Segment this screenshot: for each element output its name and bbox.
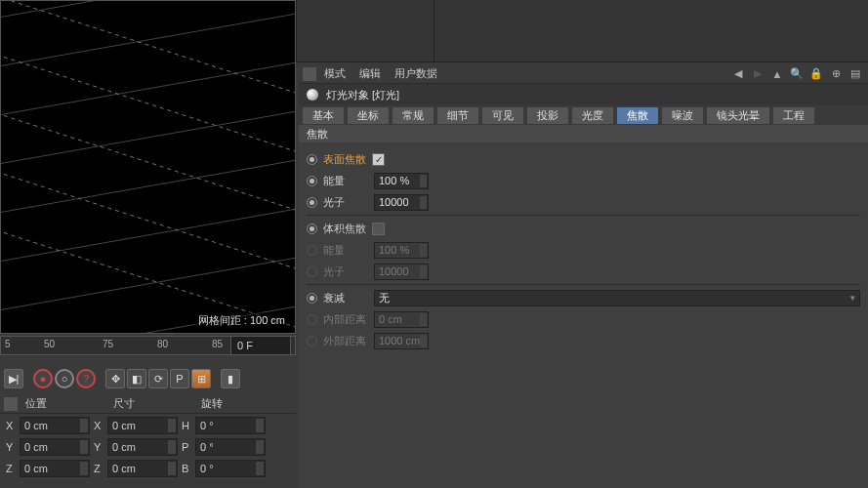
- photons2-field: 10000: [374, 264, 429, 280]
- size-y-field[interactable]: 0 cm: [107, 438, 178, 456]
- svg-line-0: [1, 1, 295, 20]
- timeline-tick: 50: [44, 339, 55, 349]
- size-z-field[interactable]: 0 cm: [107, 460, 178, 477]
- menu-icon[interactable]: ▤: [848, 67, 862, 81]
- photons-field[interactable]: 10000: [374, 194, 429, 211]
- userdata-menu[interactable]: 用户数据: [394, 66, 437, 81]
- grip-icon[interactable]: [303, 67, 316, 81]
- nav-fwd-icon[interactable]: ▶: [751, 67, 765, 81]
- anim-dot-icon: [307, 245, 317, 256]
- energy-label: 能量: [323, 174, 372, 188]
- anim-dot-icon: [307, 336, 317, 346]
- tab-shadow[interactable]: 投影: [527, 107, 568, 124]
- svg-line-3: [1, 108, 295, 167]
- coords-panel-header: 位置 尺寸 旋转: [0, 394, 296, 414]
- tab-general[interactable]: 常规: [393, 107, 434, 124]
- rot-header: 旋转: [201, 396, 289, 411]
- anim-dot-icon: [307, 314, 317, 325]
- film-button[interactable]: ▮: [221, 369, 240, 388]
- prop-rows: 表面焦散 ✓ 能量 100 % 光子 10000 体积焦散 能量 100 %: [299, 146, 868, 353]
- anim-dot-icon[interactable]: [307, 224, 317, 234]
- pla-button[interactable]: ⊞: [191, 369, 211, 388]
- falloff-dropdown[interactable]: 无: [374, 290, 860, 306]
- timeline-tick: 85: [212, 339, 223, 349]
- tab-bar: 基本 坐标 常规 细节 可见 投影 光度 焦散 噪波 镜头光晕 工程: [299, 105, 868, 125]
- tab-project[interactable]: 工程: [773, 107, 814, 124]
- axis-label: Z: [6, 463, 20, 474]
- surface-caustics-checkbox[interactable]: ✓: [372, 153, 385, 166]
- anim-dot-icon[interactable]: [307, 197, 317, 208]
- pos-x-field[interactable]: 0 cm: [20, 417, 90, 434]
- move-tool-button[interactable]: ✥: [105, 369, 125, 388]
- mode-menu[interactable]: 模式: [324, 66, 346, 81]
- autokey-button[interactable]: ○: [55, 369, 74, 388]
- photons2-label: 光子: [323, 264, 372, 279]
- lock-icon[interactable]: 🔒: [809, 67, 823, 81]
- grid-spacing-label: 网格间距 : 100 cm: [194, 312, 289, 329]
- timeline-tick: 80: [157, 339, 168, 349]
- go-end-button[interactable]: ▶|: [4, 369, 23, 388]
- rot-b-field[interactable]: 0 °: [195, 460, 266, 477]
- tab-caustics[interactable]: 焦散: [617, 107, 658, 124]
- viewport[interactable]: 网格间距 : 100 cm: [0, 0, 296, 334]
- axis-label: Y: [94, 441, 107, 453]
- current-frame-field[interactable]: 0 F: [230, 336, 291, 355]
- search-icon[interactable]: 🔍: [790, 67, 804, 81]
- falloff-label: 衰减: [323, 291, 372, 305]
- svg-line-9: [1, 50, 295, 157]
- falloff-row: 衰减 无: [307, 287, 860, 308]
- section-title: 焦散: [299, 125, 868, 142]
- svg-line-5: [1, 206, 295, 264]
- axis-label: B: [182, 463, 195, 474]
- tab-visibility[interactable]: 可见: [482, 107, 523, 124]
- scale-tool-button[interactable]: ◧: [127, 369, 146, 388]
- photons-row: 光子 10000: [307, 191, 860, 213]
- volume-caustics-row: 体积焦散: [307, 218, 860, 239]
- axis-label: P: [182, 441, 195, 453]
- keyframe-button[interactable]: ?: [76, 369, 96, 388]
- anim-dot-icon[interactable]: [307, 176, 317, 186]
- svg-line-2: [1, 60, 295, 118]
- pos-y-field[interactable]: 0 cm: [20, 438, 90, 456]
- coords-row-z: Z 0 cm Z 0 cm B 0 °: [0, 459, 296, 478]
- rot-h-field[interactable]: 0 °: [195, 417, 266, 434]
- coords-row-x: X 0 cm X 0 cm H 0 °: [0, 416, 296, 435]
- volume-caustics-checkbox[interactable]: [372, 223, 385, 235]
- rotate-tool-button[interactable]: ⟳: [148, 369, 168, 388]
- tab-details[interactable]: 细节: [437, 107, 478, 124]
- axis-label: Z: [94, 463, 107, 474]
- nav-up-icon[interactable]: ▲: [770, 67, 784, 81]
- energy2-label: 能量: [323, 243, 372, 258]
- grip-icon[interactable]: [4, 397, 18, 411]
- coords-row-y: Y 0 cm Y 0 cm P 0 °: [0, 437, 296, 457]
- tab-lensflare[interactable]: 镜头光晕: [707, 107, 769, 124]
- svg-line-8: [1, 1, 295, 99]
- nav-back-icon[interactable]: ◀: [731, 67, 745, 81]
- tab-basic[interactable]: 基本: [303, 107, 344, 124]
- timeline-tick: 75: [103, 339, 113, 349]
- record-button[interactable]: ●: [33, 369, 53, 388]
- attribute-manager: 模式 编辑 用户数据 ◀ ▶ ▲ 🔍 🔒 ⊕ ▤ 灯光对象 [灯光] 基本 坐标…: [299, 64, 868, 488]
- svg-line-1: [1, 11, 295, 69]
- energy-field[interactable]: 100 %: [374, 173, 429, 189]
- anim-dot-icon[interactable]: [307, 293, 317, 304]
- tab-coord[interactable]: 坐标: [348, 107, 389, 124]
- svg-line-11: [1, 167, 295, 274]
- svg-line-4: [1, 157, 295, 216]
- outer-field: 1000 cm: [374, 333, 429, 349]
- attr-menubar: 模式 编辑 用户数据 ◀ ▶ ▲ 🔍 🔒 ⊕ ▤: [299, 64, 868, 84]
- size-header: 尺寸: [113, 396, 201, 411]
- size-x-field[interactable]: 0 cm: [107, 417, 178, 434]
- new-tab-icon[interactable]: ⊕: [829, 67, 843, 81]
- object-header: 灯光对象 [灯光]: [299, 84, 868, 105]
- pos-z-field[interactable]: 0 cm: [20, 460, 90, 477]
- param-button[interactable]: P: [170, 369, 189, 388]
- timeline-tick: 5: [5, 339, 11, 349]
- rot-p-field[interactable]: 0 °: [195, 438, 266, 456]
- tab-photometric[interactable]: 光度: [572, 107, 613, 124]
- anim-dot-icon[interactable]: [307, 154, 317, 165]
- edit-menu[interactable]: 编辑: [359, 66, 381, 81]
- energy2-row: 能量 100 %: [307, 239, 860, 261]
- tab-noise[interactable]: 噪波: [662, 107, 703, 124]
- outer-label: 外部距离: [323, 334, 372, 348]
